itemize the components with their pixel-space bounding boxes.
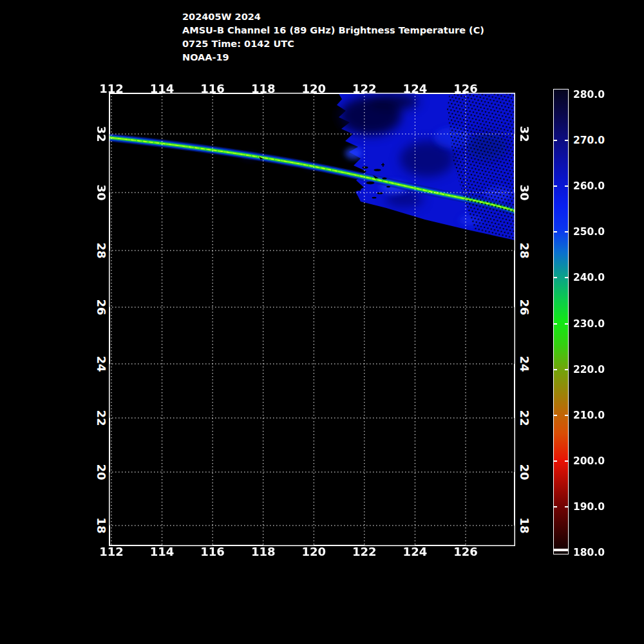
- colorbar-label-250.0: 250.0: [573, 226, 605, 238]
- colorbar-tick-230.0-right: [565, 323, 568, 325]
- x-tick-label-bottom-114: 114: [150, 545, 175, 558]
- y-tick-label-right-26: 26: [518, 299, 531, 315]
- screenshot-root: 202405W 2024 AMSU-B Channel 16 (89 GHz) …: [0, 0, 644, 644]
- colorbar-tick-260.0-right: [565, 185, 568, 187]
- colorbar-label-230.0: 230.0: [573, 318, 605, 330]
- colorbar-tick-220.0-right: [565, 369, 568, 370]
- colorbar-tick-190.0-right: [565, 506, 568, 507]
- title-line-2: AMSU-B Channel 16 (89 GHz) Brightness Te…: [182, 24, 484, 37]
- title-line-4: NOAA-19: [182, 51, 484, 64]
- colorbar-tick-260.0-left: [554, 185, 557, 187]
- x-tick-label-bottom-116: 116: [200, 545, 225, 558]
- y-tick-label-left-28: 28: [95, 242, 108, 258]
- colorbar-label-270.0: 270.0: [573, 135, 605, 146]
- y-tick-label-left-22: 22: [95, 410, 108, 426]
- x-tick-label-top-118: 118: [251, 82, 276, 95]
- x-tick-label-bottom-112: 112: [99, 545, 124, 558]
- y-tick-label-left-24: 24: [95, 355, 108, 372]
- x-tick-label-top-112: 112: [99, 82, 124, 95]
- colorbar-tick-250.0-left: [554, 231, 557, 232]
- y-tick-label-right-28: 28: [518, 242, 531, 258]
- x-tick-label-bottom-120: 120: [302, 545, 327, 558]
- colorbar-tick-200.0-left: [554, 460, 557, 462]
- x-tick-label-top-120: 120: [302, 82, 327, 95]
- colorbar-tick-190.0-left: [554, 506, 557, 507]
- colorbar-tick-200.0-right: [565, 460, 568, 462]
- colorbar-label-180.0: 180.0: [573, 547, 605, 558]
- x-tick-label-top-126: 126: [453, 82, 478, 95]
- title-block: 202405W 2024 AMSU-B Channel 16 (89 GHz) …: [182, 10, 484, 64]
- colorbar-gradient: [554, 90, 568, 554]
- title-line-3: 0725 Time: 0142 UTC: [182, 37, 484, 51]
- colorbar-tick-250.0-right: [565, 231, 568, 232]
- y-tick-label-right-18: 18: [518, 517, 531, 533]
- y-tick-label-right-30: 30: [518, 184, 531, 200]
- colorbar-label-280.0: 280.0: [573, 89, 605, 100]
- y-tick-label-left-26: 26: [95, 299, 108, 315]
- colorbar-tick-240.0-right: [565, 277, 568, 278]
- y-tick-label-right-24: 24: [518, 355, 531, 372]
- colorbar-bottom-white-stripe: [554, 549, 568, 551]
- y-tick-label-left-30: 30: [95, 184, 108, 200]
- colorbar-tick-230.0-left: [554, 323, 557, 325]
- colorbar-label-240.0: 240.0: [573, 272, 605, 283]
- y-tick-label-right-20: 20: [518, 464, 531, 480]
- y-tick-label-right-22: 22: [518, 410, 531, 426]
- colorbar-label-200.0: 200.0: [573, 455, 605, 467]
- colorbar-tick-220.0-left: [554, 369, 557, 370]
- colorbar-tick-240.0-left: [554, 277, 557, 278]
- colorbar-tick-270.0-left: [554, 140, 557, 141]
- colorbar-label-190.0: 190.0: [573, 501, 605, 513]
- colorbar-label-220.0: 220.0: [573, 364, 605, 375]
- x-tick-label-top-124: 124: [403, 82, 428, 95]
- x-tick-label-top-114: 114: [150, 82, 175, 95]
- map-plot: [109, 93, 515, 546]
- x-tick-label-bottom-126: 126: [453, 545, 478, 558]
- y-tick-label-right-32: 32: [518, 126, 531, 142]
- y-tick-label-left-20: 20: [95, 464, 108, 480]
- x-tick-label-bottom-124: 124: [403, 545, 428, 558]
- colorbar-tick-210.0-right: [565, 415, 568, 416]
- x-tick-label-top-116: 116: [200, 82, 225, 95]
- x-tick-label-bottom-122: 122: [352, 545, 377, 558]
- colorbar-label-210.0: 210.0: [573, 410, 605, 421]
- colorbar: [553, 89, 569, 554]
- colorbar-tick-270.0-right: [565, 140, 568, 141]
- title-line-1: 202405W 2024: [182, 10, 484, 24]
- colorbar-label-260.0: 260.0: [573, 180, 605, 192]
- y-tick-label-left-32: 32: [95, 126, 108, 142]
- x-tick-label-top-122: 122: [352, 82, 377, 95]
- x-tick-label-bottom-118: 118: [251, 545, 276, 558]
- y-tick-label-left-18: 18: [95, 517, 108, 533]
- colorbar-tick-210.0-left: [554, 415, 557, 416]
